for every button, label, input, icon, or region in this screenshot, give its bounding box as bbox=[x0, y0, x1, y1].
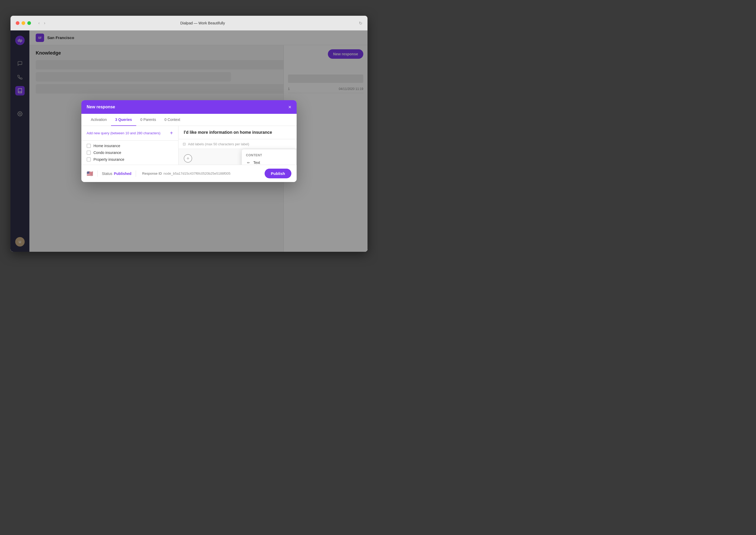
modal-tabs: Activation 3 Queries 0 Parents 0 Context bbox=[81, 114, 297, 126]
response-id-value: node_b5a17d15c437f6fc0520b25e5188f005 bbox=[164, 172, 230, 176]
content-dropdown: Content ✏ Text 📎 Attach content bbox=[241, 149, 297, 165]
flag-icon: 🇺🇸 bbox=[87, 170, 93, 177]
maximize-traffic-light[interactable] bbox=[27, 21, 31, 25]
dropdown-item-text[interactable]: ✏ Text bbox=[242, 158, 296, 165]
query-item-2: Condo insurance bbox=[87, 151, 173, 155]
modal-title: New response bbox=[87, 105, 115, 109]
content-section-title: Content bbox=[242, 151, 296, 158]
browser-chrome: ‹ › Dialpad — Work Beautifully ↻ bbox=[11, 16, 368, 30]
label-icon: ⊡ bbox=[183, 142, 186, 146]
refresh-icon[interactable]: ↻ bbox=[359, 21, 362, 26]
tab-queries[interactable]: 3 Queries bbox=[111, 114, 136, 126]
query-checkbox-2[interactable] bbox=[87, 151, 91, 155]
plus-icon: + bbox=[186, 156, 190, 161]
add-content-button[interactable]: + bbox=[184, 154, 192, 163]
back-arrow-icon[interactable]: ‹ bbox=[37, 20, 41, 26]
app-container: dp U bbox=[11, 30, 368, 252]
tab-parents[interactable]: 0 Parents bbox=[136, 114, 160, 126]
modal-body: Add new query (between 10 and 280 charac… bbox=[81, 126, 297, 165]
tab-activation[interactable]: Activation bbox=[87, 114, 111, 126]
query-text-2: Condo insurance bbox=[93, 151, 121, 155]
minimize-traffic-light[interactable] bbox=[21, 21, 25, 25]
close-traffic-light[interactable] bbox=[16, 21, 19, 25]
query-text-3: Property insurance bbox=[93, 157, 124, 161]
response-content: + Content ✏ Text bbox=[178, 149, 297, 165]
queries-list: Home insurance Condo insurance Property … bbox=[81, 141, 178, 165]
response-title: I'd like more information on home insura… bbox=[184, 130, 272, 135]
response-panel: I'd like more information on home insura… bbox=[178, 126, 297, 165]
add-query-text: Add new query (between 10 and 280 charac… bbox=[87, 131, 160, 135]
add-labels-text: Add labels (max 50 characters per label) bbox=[188, 142, 249, 146]
publish-button[interactable]: Publish bbox=[265, 169, 291, 178]
tab-context[interactable]: 0 Context bbox=[160, 114, 184, 126]
add-query-button[interactable]: + bbox=[170, 130, 173, 136]
query-item-3: Property insurance bbox=[87, 157, 173, 161]
browser-title: Dialpad — Work Beautifully bbox=[49, 21, 356, 25]
status-label: Status bbox=[102, 172, 112, 176]
footer-response-id: Response ID node_b5a17d15c437f6fc0520b25… bbox=[142, 172, 230, 176]
query-checkbox-3[interactable] bbox=[87, 157, 91, 161]
status-value: Published bbox=[114, 172, 132, 176]
query-checkbox-1[interactable] bbox=[87, 144, 91, 148]
response-title-bar: I'd like more information on home insura… bbox=[178, 126, 297, 139]
footer-divider-1 bbox=[97, 170, 98, 177]
modal-close-button[interactable]: × bbox=[288, 104, 291, 110]
query-item-1: Home insurance bbox=[87, 144, 173, 148]
modal-overlay: New response × Activation 3 Queries 0 Pa… bbox=[11, 30, 368, 252]
traffic-lights bbox=[16, 21, 31, 25]
query-text-1: Home insurance bbox=[93, 144, 120, 148]
queries-panel: Add new query (between 10 and 280 charac… bbox=[81, 126, 178, 165]
add-query-row: Add new query (between 10 and 280 charac… bbox=[81, 126, 178, 141]
text-icon: ✏ bbox=[246, 161, 251, 165]
response-id-label: Response ID bbox=[142, 172, 162, 176]
footer-status: Status Published bbox=[102, 172, 132, 176]
modal-footer: 🇺🇸 Status Published Response ID node_b5a… bbox=[81, 165, 297, 182]
forward-arrow-icon[interactable]: › bbox=[43, 20, 46, 26]
browser-nav: ‹ › bbox=[37, 20, 46, 26]
modal: New response × Activation 3 Queries 0 Pa… bbox=[81, 100, 297, 182]
modal-header: New response × bbox=[81, 100, 297, 114]
dropdown-label-text: Text bbox=[253, 160, 260, 165]
